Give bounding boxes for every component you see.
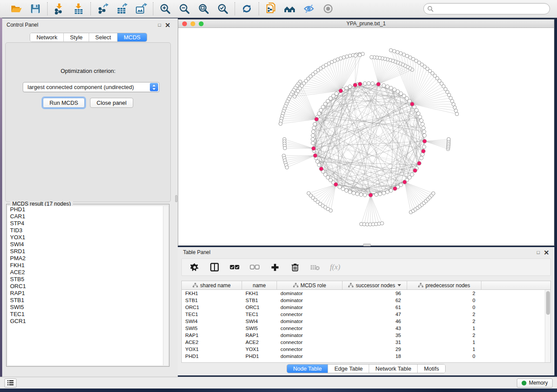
graph-node[interactable]	[315, 160, 319, 163]
graph-node[interactable]	[345, 86, 348, 89]
graph-node[interactable]	[367, 82, 370, 85]
graph-node[interactable]	[396, 89, 399, 93]
graph-node[interactable]	[416, 112, 420, 115]
mcds-result-item[interactable]: YOX1	[7, 234, 163, 241]
column-header-mcds-role[interactable]: MCDS role	[277, 281, 343, 289]
zoom-selected-icon[interactable]	[216, 2, 229, 15]
column-header-name[interactable]: name	[242, 281, 277, 289]
horizontal-splitter-grip[interactable]	[363, 244, 371, 246]
graph-node[interactable]	[422, 126, 425, 130]
graph-hub-node[interactable]	[422, 149, 426, 153]
graph-node[interactable]	[285, 166, 289, 169]
graph-node[interactable]	[410, 173, 414, 176]
apply-layout-icon[interactable]	[240, 2, 253, 15]
graph-hub-node[interactable]	[311, 147, 315, 151]
close-table-panel-icon[interactable]: ✕	[543, 250, 549, 255]
graph-node[interactable]	[348, 85, 352, 88]
graph-node[interactable]	[422, 130, 426, 133]
zoom-in-icon[interactable]	[159, 2, 172, 15]
graph-node[interactable]	[399, 52, 402, 55]
graph-node[interactable]	[421, 122, 424, 126]
graph-hub-node[interactable]	[315, 117, 318, 121]
graph-node[interactable]	[363, 82, 367, 85]
graph-node[interactable]	[329, 209, 332, 212]
graph-node[interactable]	[312, 126, 316, 130]
mcds-result-item[interactable]: RAP1	[7, 290, 163, 297]
graph-node[interactable]	[418, 115, 422, 119]
close-mcds-panel-button[interactable]: Close panel	[90, 98, 133, 108]
graph-node[interactable]	[386, 85, 389, 88]
table-row[interactable]: ACE2ACE2connector311	[182, 339, 545, 346]
export-network-icon[interactable]	[96, 2, 109, 15]
open-file-icon[interactable]	[10, 2, 23, 15]
zoom-fit-icon[interactable]	[197, 2, 210, 15]
graph-node[interactable]	[370, 55, 374, 59]
optimization-criterion-select[interactable]: largest connected component (undirected)	[23, 82, 159, 92]
graph-node[interactable]	[378, 192, 382, 196]
export-image-icon[interactable]	[135, 2, 148, 15]
column-header-predecessor-nodes[interactable]: predecessor nodes	[407, 281, 481, 289]
graph-node[interactable]	[423, 134, 426, 137]
graph-node[interactable]	[419, 156, 423, 160]
graph-hub-node[interactable]	[417, 162, 421, 165]
mcds-result-item[interactable]: ACE2	[7, 269, 163, 276]
graph-node[interactable]	[345, 189, 348, 192]
graph-hub-node[interactable]	[334, 182, 338, 186]
graph-node[interactable]	[389, 48, 393, 52]
new-network-from-selection-icon[interactable]	[264, 2, 277, 15]
graph-node[interactable]	[382, 84, 385, 87]
mcds-list-scrollbar[interactable]	[163, 206, 168, 365]
vertical-splitter[interactable]	[175, 18, 178, 377]
graph-node[interactable]	[371, 82, 374, 85]
graph-node[interactable]	[283, 146, 287, 150]
graph-node[interactable]	[374, 193, 378, 196]
graph-node[interactable]	[279, 122, 282, 125]
graph-node[interactable]	[358, 53, 362, 57]
graph-node[interactable]	[402, 53, 406, 56]
graph-node[interactable]	[317, 112, 321, 115]
mcds-result-item[interactable]: CAR1	[7, 213, 163, 220]
graph-node[interactable]	[338, 185, 341, 189]
close-panel-icon[interactable]: ✕	[165, 22, 170, 28]
tab-mcds[interactable]: MCDS	[118, 33, 146, 41]
graph-node[interactable]	[363, 193, 367, 197]
tab-edge-table[interactable]: Edge Table	[328, 364, 369, 373]
mcds-result-item[interactable]: GCR1	[7, 318, 163, 325]
show-panels-menu-button[interactable]	[4, 378, 17, 388]
mcds-result-item[interactable]: TEC1	[7, 311, 163, 318]
table-row[interactable]: SWI4SWI4dominator462	[182, 318, 545, 325]
graph-node[interactable]	[354, 54, 357, 57]
network-graph[interactable]	[178, 28, 554, 245]
add-icon[interactable]	[270, 262, 280, 272]
mcds-result-item[interactable]: SWI4	[7, 241, 163, 248]
graph-hub-node[interactable]	[319, 167, 323, 171]
tab-motifs[interactable]: Motifs	[418, 364, 445, 373]
graph-node[interactable]	[396, 51, 399, 54]
mcds-result-item[interactable]: SWI5	[7, 304, 163, 311]
mcds-result-item[interactable]: STP4	[7, 220, 163, 227]
graph-hub-node[interactable]	[410, 102, 414, 106]
delete-icon[interactable]	[290, 262, 300, 272]
graph-node[interactable]	[319, 108, 322, 112]
memory-button[interactable]: Memory	[517, 378, 553, 388]
graph-hub-node[interactable]	[358, 82, 362, 86]
graph-node[interactable]	[348, 54, 352, 58]
graph-node[interactable]	[293, 95, 296, 98]
splitter-grip[interactable]	[175, 195, 177, 202]
columns-icon[interactable]	[210, 262, 219, 272]
graph-node[interactable]	[454, 109, 458, 113]
import-network-icon[interactable]	[53, 2, 66, 15]
graph-hub-node[interactable]	[339, 89, 343, 93]
graph-node[interactable]	[455, 112, 459, 116]
table-row[interactable]: RAP1RAP1dominator352	[182, 332, 545, 339]
run-mcds-button[interactable]: Run MCDS	[43, 98, 85, 108]
graph-hub-node[interactable]	[422, 139, 426, 143]
table-scrollbar[interactable]	[545, 290, 550, 362]
graph-node[interactable]	[453, 106, 457, 109]
mcds-result-item[interactable]: ORC1	[7, 283, 163, 290]
graph-node[interactable]	[321, 105, 325, 109]
first-neighbors-icon[interactable]	[284, 2, 297, 15]
network-canvas[interactable]	[178, 28, 554, 245]
table-row[interactable]: ORC1ORC1dominator610	[182, 304, 545, 311]
graph-node[interactable]	[311, 141, 315, 145]
